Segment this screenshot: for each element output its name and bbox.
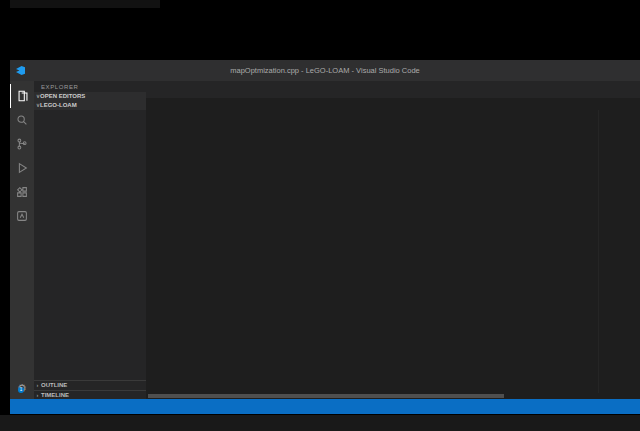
chevron-right-icon: › bbox=[34, 382, 41, 388]
windows-taskbar bbox=[0, 414, 640, 431]
vscode-logo-icon bbox=[16, 66, 25, 75]
tab-bar bbox=[146, 81, 640, 98]
settings-badge: 1 bbox=[18, 387, 24, 393]
minimap[interactable] bbox=[598, 110, 640, 393]
scrollbar-thumb[interactable] bbox=[148, 394, 504, 398]
desktop-screen: mapOptmization.cpp - LeGO-LOAM - Visual … bbox=[0, 0, 640, 431]
settings-gear-icon[interactable]: ⚙ 1 bbox=[17, 382, 27, 395]
open-editors-header[interactable]: ∨OPEN EDITORS bbox=[34, 92, 146, 101]
horizontal-scrollbar[interactable] bbox=[146, 393, 640, 399]
chevron-right-icon: › bbox=[34, 392, 41, 398]
run-debug-icon[interactable] bbox=[10, 156, 34, 180]
cmake-test-icon[interactable] bbox=[10, 204, 34, 228]
activity-bar: ⚙ 1 bbox=[10, 81, 34, 399]
source-control-icon[interactable] bbox=[10, 132, 34, 156]
line-number-gutter[interactable] bbox=[146, 110, 179, 393]
explorer-icon[interactable] bbox=[10, 84, 34, 108]
outline-section[interactable]: ›OUTLINE bbox=[34, 380, 146, 390]
title-bar: mapOptmization.cpp - LeGO-LOAM - Visual … bbox=[10, 60, 640, 81]
code-editor[interactable] bbox=[179, 110, 598, 393]
explorer-sidebar: EXPLORER ∨OPEN EDITORS ∨LEGO-LOAM ›OUTLI… bbox=[34, 81, 146, 399]
editor-group bbox=[146, 81, 640, 399]
search-icon[interactable] bbox=[10, 108, 34, 132]
breadcrumb bbox=[146, 98, 640, 110]
project-header[interactable]: ∨LEGO-LOAM bbox=[34, 101, 146, 110]
timeline-section[interactable]: ›TIMELINE bbox=[34, 390, 146, 400]
top-letterbox-strip bbox=[10, 0, 160, 8]
extensions-icon[interactable] bbox=[10, 180, 34, 204]
vscode-window: mapOptmization.cpp - LeGO-LOAM - Visual … bbox=[10, 60, 640, 414]
explorer-title: EXPLORER bbox=[34, 81, 146, 92]
status-bar bbox=[10, 399, 640, 414]
window-title: mapOptmization.cpp - LeGO-LOAM - Visual … bbox=[10, 66, 640, 75]
